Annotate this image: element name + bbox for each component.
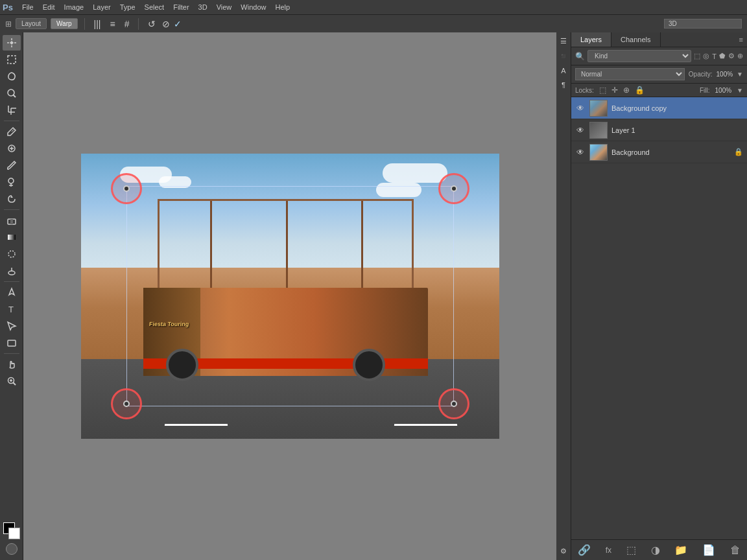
lasso-tool[interactable] xyxy=(3,69,21,84)
path-selection-tool[interactable] xyxy=(3,318,21,334)
warp-button[interactable]: Warp xyxy=(51,18,78,29)
svg-line-21 xyxy=(13,382,16,385)
layers-list: 👁 Background copy 👁 Layer 1 👁 xyxy=(571,97,747,318)
warp-handle-inner-tl xyxy=(111,173,142,204)
hand-tool[interactable] xyxy=(3,356,21,372)
options-bar: ⊞ Layout Warp ||| ≡ # ↺ ⊘ ✓ 3D xyxy=(0,14,747,32)
layer-kind-select[interactable]: Kind xyxy=(587,50,691,62)
filter-toggle-icon[interactable]: ⊕ xyxy=(737,52,743,60)
svg-rect-0 xyxy=(8,56,16,64)
menu-view[interactable]: View xyxy=(213,2,236,12)
warp-handle-inner-bl xyxy=(111,388,142,419)
link-layers-icon[interactable]: 🔗 xyxy=(576,542,592,557)
filter-shape-icon[interactable]: ⬟ xyxy=(719,52,726,60)
filter-smart-icon[interactable]: ⚙ xyxy=(728,52,735,60)
3d-mode-select[interactable]: 3D xyxy=(664,19,742,29)
eyedropper-tool[interactable] xyxy=(3,124,21,139)
layers-lock-row: Locks: ⬚ ✛ ⊕ 🔒 Fill: 100% ▼ xyxy=(571,84,747,97)
warp-grid-icon-2[interactable]: ≡ xyxy=(107,18,117,30)
create-group-icon[interactable]: 📁 xyxy=(673,542,689,557)
type-tool[interactable]: T xyxy=(3,301,21,317)
panel-menu-icon[interactable]: ≡ xyxy=(735,32,747,47)
dodge-tool[interactable] xyxy=(3,263,21,279)
layer-item-background-copy[interactable]: 👁 Background copy xyxy=(571,97,747,119)
clone-stamp-tool[interactable] xyxy=(3,174,21,190)
history-brush-tool[interactable] xyxy=(3,191,21,207)
layout-button[interactable]: Layout xyxy=(16,18,47,29)
new-layer-icon[interactable]: 📄 xyxy=(701,542,717,557)
layer-item-layer1[interactable]: 👁 Layer 1 xyxy=(571,119,747,141)
warp-handle-top-right[interactable] xyxy=(438,173,469,204)
adjustment-layer-icon[interactable]: ◑ xyxy=(650,542,661,557)
tab-layers[interactable]: Layers xyxy=(571,32,611,47)
filter-type-icon[interactable]: T xyxy=(712,52,717,60)
warp-handle-bottom-right[interactable] xyxy=(438,388,469,419)
quick-mask-icon[interactable] xyxy=(6,543,18,555)
menu-edit[interactable]: Edit xyxy=(39,2,59,12)
menu-layer[interactable]: Layer xyxy=(89,2,115,12)
layer-eye-background[interactable]: 👁 xyxy=(575,148,586,157)
blur-tool[interactable] xyxy=(3,246,21,262)
layer-thumb-background xyxy=(589,144,608,161)
reset-icon[interactable]: ↺ xyxy=(145,18,158,30)
filter-pixel-icon[interactable]: ⬚ xyxy=(694,52,700,60)
strip-icon-settings[interactable]: ⚙ xyxy=(558,545,569,557)
background-color[interactable] xyxy=(8,528,20,539)
rectangular-marquee-tool[interactable] xyxy=(3,52,21,67)
quick-selection-tool[interactable] xyxy=(3,86,21,101)
pen-tool[interactable] xyxy=(3,285,21,300)
lock-all-icon[interactable]: 🔒 xyxy=(635,86,645,95)
menu-filter[interactable]: Filter xyxy=(169,2,193,12)
gradient-tool[interactable] xyxy=(3,229,21,245)
menu-help[interactable]: Help xyxy=(271,2,294,12)
background-lock-icon: 🔒 xyxy=(734,148,743,156)
eraser-tool[interactable] xyxy=(3,213,21,228)
opacity-arrow[interactable]: ▼ xyxy=(737,71,743,78)
tool-separator-1 xyxy=(4,121,19,121)
shape-tool[interactable] xyxy=(3,335,21,351)
layer-thumb-layer1 xyxy=(589,122,608,139)
warp-handle-bottom-left[interactable] xyxy=(111,388,142,419)
warp-handle-top-left[interactable] xyxy=(111,173,142,204)
spot-healing-tool[interactable] xyxy=(3,141,21,156)
brush-tool[interactable] xyxy=(3,158,21,173)
tab-channels[interactable]: Channels xyxy=(611,32,660,47)
svg-text:T: T xyxy=(8,305,14,314)
cancel-transform-icon[interactable]: ⊘ xyxy=(162,19,170,29)
opacity-value: 100% xyxy=(717,71,733,78)
menu-3d[interactable]: 3D xyxy=(195,2,211,12)
add-fx-icon[interactable]: fx xyxy=(604,544,613,556)
menu-type[interactable]: Type xyxy=(116,2,139,12)
layers-search-row: 🔍 Kind ⬚ ◎ T ⬟ ⚙ ⊕ xyxy=(571,47,747,65)
lock-pixels-icon[interactable]: ⬚ xyxy=(599,86,606,95)
layer-item-background[interactable]: 👁 Background 🔒 xyxy=(571,141,747,163)
move-tool[interactable] xyxy=(3,35,21,51)
strip-icon-2[interactable]: ◾ xyxy=(557,50,570,62)
layer-eye-layer1[interactable]: 👁 xyxy=(575,126,586,135)
filter-adj-icon[interactable]: ◎ xyxy=(703,52,709,60)
confirm-transform-icon[interactable]: ✓ xyxy=(174,19,182,29)
warp-grid-icon-1[interactable]: ||| xyxy=(91,18,104,30)
blend-mode-select[interactable]: Normal xyxy=(575,68,685,80)
lock-artboard-icon[interactable]: ⊕ xyxy=(623,86,630,95)
strip-icon-type[interactable]: A xyxy=(559,65,567,76)
menu-select[interactable]: Select xyxy=(141,2,169,12)
crop-tool[interactable] xyxy=(3,102,21,118)
lock-position-icon[interactable]: ✛ xyxy=(611,86,618,95)
menu-file[interactable]: File xyxy=(18,2,38,12)
strip-icon-1[interactable]: ☰ xyxy=(558,35,569,47)
bus-frame-1 xyxy=(210,201,212,294)
delete-layer-icon[interactable]: 🗑 xyxy=(729,543,742,557)
menu-window[interactable]: Window xyxy=(237,2,270,12)
layer-eye-background-copy[interactable]: 👁 xyxy=(575,104,586,113)
strip-icon-para[interactable]: ¶ xyxy=(560,79,567,91)
menu-image[interactable]: Image xyxy=(60,2,88,12)
zoom-tool[interactable] xyxy=(3,373,21,389)
layer-name-layer1: Layer 1 xyxy=(611,126,743,134)
bus-sign: Fiesta Touring xyxy=(149,321,189,327)
fill-arrow[interactable]: ▼ xyxy=(737,87,743,94)
road-line-right xyxy=(394,424,457,426)
svg-rect-19 xyxy=(8,340,16,346)
warp-grid-icon-3[interactable]: # xyxy=(122,18,132,30)
add-mask-icon[interactable]: ⬚ xyxy=(625,542,637,557)
